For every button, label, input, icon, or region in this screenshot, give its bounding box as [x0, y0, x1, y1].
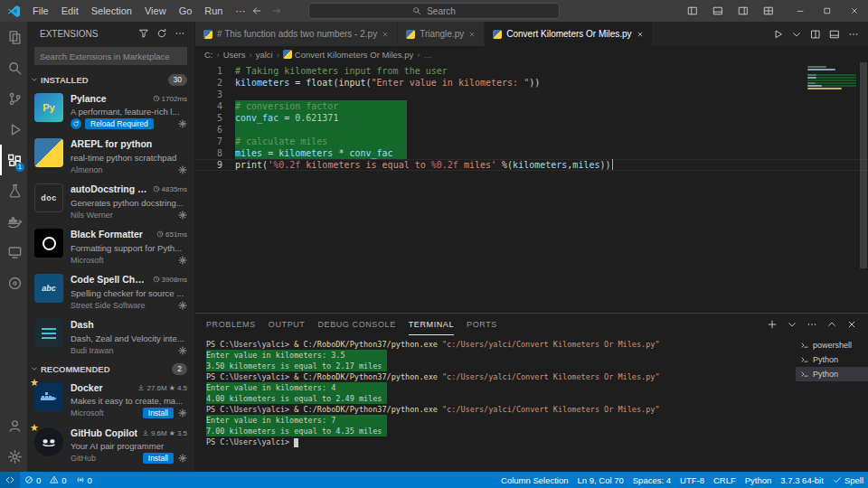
gear-icon[interactable] — [178, 454, 187, 463]
status-indentation[interactable]: Spaces: 4 — [628, 472, 675, 488]
minimap[interactable] — [807, 66, 856, 90]
status-ports[interactable]: 0 — [71, 472, 97, 488]
activity-remote-explorer[interactable] — [0, 237, 27, 267]
extension-black-formatter[interactable]: Black Formatter651msFormatting support f… — [27, 224, 194, 269]
reload-required-button[interactable]: Reload Required — [85, 118, 154, 129]
breadcrumb-item-item[interactable]: … — [423, 50, 432, 60]
panel-tab-output[interactable]: OUTPUT — [269, 314, 306, 335]
code-line-9[interactable]: 9print('%0.2f kilometers is equal to %0.… — [195, 159, 868, 171]
menu-selection[interactable]: Selection — [85, 0, 138, 22]
install-button[interactable]: Install — [143, 408, 174, 418]
extension-autodocstring[interactable]: docautoDocstring - ...4835msGenerates py… — [27, 179, 194, 224]
maximize-window-button[interactable] — [814, 0, 841, 22]
plus-icon[interactable] — [767, 319, 778, 330]
code-line-5[interactable]: 5conv_fac = 0.621371 — [195, 112, 868, 124]
menu-file[interactable]: File — [26, 0, 55, 22]
editor-scrollbar[interactable] — [860, 62, 867, 268]
more-icon[interactable] — [848, 29, 859, 40]
panel-tab-problems[interactable]: PROBLEMS — [206, 314, 256, 335]
activity-explorer[interactable] — [0, 22, 27, 52]
layout-sidebar-right-icon[interactable] — [732, 0, 754, 22]
activity-run-debug[interactable] — [0, 114, 27, 145]
activity-extensions[interactable]: 1 — [0, 145, 27, 175]
layout-panel-icon[interactable] — [829, 29, 840, 40]
menu-view[interactable]: View — [138, 0, 173, 22]
install-button[interactable]: Install — [143, 453, 174, 464]
activity-testing[interactable] — [0, 175, 27, 206]
breadcrumb-item-c[interactable]: C: — [204, 50, 213, 60]
gear-icon[interactable] — [178, 119, 187, 128]
gear-icon[interactable] — [178, 256, 187, 265]
terminal[interactable]: PS C:\Users\yalci> & C:/RoboDK/Python37/… — [195, 335, 796, 472]
status-spell[interactable]: Spell — [828, 472, 868, 488]
layout-customize-icon[interactable] — [758, 0, 779, 22]
menu-item[interactable]: ⋯ — [230, 0, 252, 22]
close-window-button[interactable] — [841, 0, 868, 22]
activity-source-control[interactable] — [0, 83, 27, 114]
close-tab-icon[interactable] — [468, 31, 476, 38]
recommended-section-header[interactable]: RECOMMENDED 2 — [27, 360, 194, 378]
tab-convert-kilometers-or-miles-py[interactable]: Convert Kilometers Or Miles.py — [485, 22, 652, 46]
status-eol[interactable]: CRLF — [709, 472, 741, 488]
command-center-search[interactable]: Search — [308, 3, 560, 19]
chevron-down-icon[interactable] — [787, 319, 797, 330]
terminal-instance-python-3[interactable]: Python — [796, 367, 868, 381]
more-icon[interactable] — [175, 28, 185, 39]
menu-run[interactable]: Run — [198, 0, 229, 22]
terminal-instance-powershell-1[interactable]: powershell — [796, 338, 868, 352]
extension-github-copilot[interactable]: ★GitHub Copilot9.6M★3.5Your AI pair prog… — [27, 423, 194, 468]
code-line-8[interactable]: 8miles = kilometers * conv_fac — [195, 147, 868, 159]
split-editor-icon[interactable] — [810, 29, 821, 40]
installed-section-header[interactable]: INSTALLED 30 — [27, 70, 194, 89]
activity-accounts[interactable] — [0, 410, 27, 441]
gear-icon[interactable] — [178, 165, 187, 174]
gear-icon[interactable] — [178, 346, 187, 355]
status-cursor-position[interactable]: Ln 9, Col 70 — [573, 472, 628, 488]
extensions-search-input[interactable] — [40, 52, 182, 61]
chevron-up-icon[interactable] — [826, 319, 837, 330]
run-icon[interactable] — [772, 29, 783, 40]
activity-docker[interactable] — [0, 206, 27, 237]
code-editor[interactable]: 1# Taking kilometers input from the user… — [195, 62, 868, 313]
layout-sidebar-left-icon[interactable] — [682, 0, 703, 22]
code-line-1[interactable]: 1# Taking kilometers input from the user — [195, 65, 868, 77]
extension-arepl-for-python[interactable]: AREPL for pythonreal-time python scratch… — [27, 134, 194, 179]
code-line-3[interactable]: 3 — [195, 89, 868, 100]
status-language-mode[interactable]: Python — [741, 472, 777, 488]
terminal-instance-python-2[interactable]: Python — [796, 352, 868, 367]
panel-tab-terminal[interactable]: TERMINAL — [409, 314, 454, 335]
code-line-4[interactable]: 4# conversion factor — [195, 100, 868, 112]
close-tab-icon[interactable] — [637, 31, 644, 38]
close-tab-icon[interactable] — [382, 31, 389, 38]
breadcrumb-item-users[interactable]: Users — [223, 50, 246, 60]
status-encoding[interactable]: UTF-8 — [675, 472, 709, 488]
activity-settings[interactable] — [0, 441, 27, 472]
minimize-window-button[interactable] — [787, 0, 814, 22]
refresh-icon[interactable] — [156, 28, 167, 39]
panel-tab-ports[interactable]: PORTS — [467, 314, 497, 335]
more-icon[interactable] — [807, 319, 817, 330]
activity-search[interactable] — [0, 52, 27, 83]
gear-icon[interactable] — [178, 211, 187, 220]
extension-pylance[interactable]: Pylance1702msA performant, feature-rich … — [27, 89, 194, 134]
tab-triangle-py[interactable]: Triangle.py — [398, 22, 485, 46]
code-line-2[interactable]: 2kilometers = float(input("Enter value i… — [195, 77, 868, 89]
gear-icon[interactable] — [178, 408, 187, 418]
status-column-selection[interactable]: Column Selection — [496, 472, 572, 488]
code-line-7[interactable]: 7# calculate miles — [195, 136, 868, 147]
breadcrumb-item-convert-kilometers-or-miles-py[interactable]: Convert Kilometers Or Miles.py — [283, 50, 413, 60]
extension-docker[interactable]: ★Docker27.6M★4.5Makes it easy to create,… — [27, 378, 194, 423]
chevron-down-icon[interactable] — [791, 29, 802, 40]
status-interpreter[interactable]: 3.7.3 64-bit — [776, 472, 828, 488]
breadcrumb-item-yalci[interactable]: yalci — [256, 50, 273, 60]
close-icon[interactable] — [846, 319, 857, 330]
extension-code-spell-checker[interactable]: abcCode Spell Checker3908msSpelling chec… — [27, 269, 194, 314]
status-errors[interactable]: 0 — [20, 472, 45, 488]
menu-edit[interactable]: Edit — [55, 0, 85, 22]
gear-icon[interactable] — [178, 301, 187, 310]
arrow-back-icon[interactable] — [251, 5, 262, 16]
status-warnings[interactable]: 0 — [45, 472, 71, 488]
extension-dash[interactable]: DashDash, Zeal and Velocity inte...Budi … — [27, 314, 194, 360]
filter-icon[interactable] — [138, 28, 149, 39]
layout-panel-icon[interactable] — [707, 0, 729, 22]
